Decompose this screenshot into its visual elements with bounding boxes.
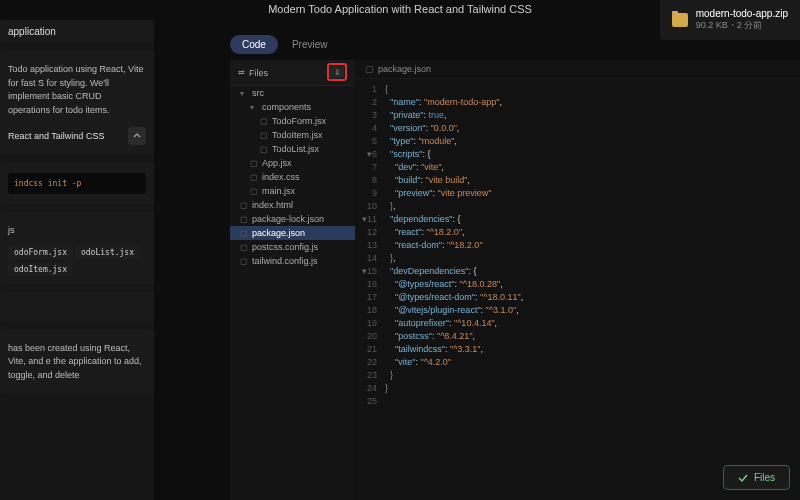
folder-open-icon: ▾ [240, 89, 248, 98]
code-snippet: indcss init -p [8, 173, 146, 194]
file-icon: ▢ [260, 117, 268, 126]
tree-item-label: index.html [252, 200, 293, 210]
file-icon: ▢ [240, 215, 248, 224]
folder-open-icon: ▾ [250, 103, 258, 112]
file-tree: ⇄ Files ⇩ ▾src▾components▢TodoForm.jsx▢T… [230, 60, 355, 500]
open-file-name: package.json [378, 64, 431, 74]
code-content: { "name": "modern-todo-app", "private": … [385, 83, 800, 408]
file-icon: ▢ [260, 131, 268, 140]
download-icon: ⇩ [330, 66, 344, 78]
notification-meta: 90.2 KB・2 分前 [696, 19, 788, 32]
editor-body[interactable]: 12345▾678910▾11121314▾151617181920212223… [355, 79, 800, 412]
tree-item[interactable]: ▢tailwind.config.js [230, 254, 355, 268]
tree-item[interactable]: ▢package-lock.json [230, 212, 355, 226]
file-tag: odoList.jsx [75, 246, 140, 259]
tree-item[interactable]: ▢TodoItem.jsx [230, 128, 355, 142]
sidebar-sub-row[interactable]: React and Tailwind CSS [8, 123, 146, 149]
tree-item[interactable]: ▢TodoList.jsx [230, 142, 355, 156]
tree-item[interactable]: ▢App.jsx [230, 156, 355, 170]
tree-item-label: package.json [252, 228, 305, 238]
file-icon: ▢ [250, 173, 258, 182]
sidebar-description: Todo application using React, Vite for f… [8, 57, 146, 123]
tree-item[interactable]: ▾components [230, 100, 355, 114]
file-icon: ▢ [240, 243, 248, 252]
tab-preview[interactable]: Preview [280, 35, 340, 54]
tree-item-label: TodoForm.jsx [272, 116, 326, 126]
status-toast[interactable]: Files [723, 465, 790, 490]
tree-item-label: index.css [262, 172, 300, 182]
view-tabs: Code Preview [230, 35, 800, 54]
file-icon: ▢ [365, 64, 374, 74]
tree-item-label: package-lock.json [252, 214, 324, 224]
file-pane: ⇄ Files ⇩ ▾src▾components▢TodoForm.jsx▢T… [230, 60, 800, 500]
arrows-icon: ⇄ [238, 68, 245, 77]
tab-code[interactable]: Code [230, 35, 278, 54]
tree-item[interactable]: ▢postcss.config.js [230, 240, 355, 254]
tree-item-label: TodoItem.jsx [272, 130, 323, 140]
download-notification[interactable]: modern-todo-app.zip 90.2 KB・2 分前 [660, 0, 800, 40]
tree-item[interactable]: ▢main.jsx [230, 184, 355, 198]
download-button[interactable]: ⇩ [327, 63, 347, 81]
sidebar-header: application [8, 26, 146, 37]
file-tree-header: ⇄ Files ⇩ [230, 60, 355, 86]
tree-item-label: tailwind.config.js [252, 256, 318, 266]
tree-item[interactable]: ▢index.css [230, 170, 355, 184]
file-icon: ▢ [250, 187, 258, 196]
folder-icon [672, 13, 688, 27]
notification-filename: modern-todo-app.zip [696, 8, 788, 19]
files-label: Files [249, 68, 268, 78]
sidebar-footer: has been created using React, Vite, and … [8, 336, 146, 389]
code-editor: ▢ package.json 12345▾678910▾11121314▾151… [355, 60, 800, 500]
tree-item-label: App.jsx [262, 158, 292, 168]
file-icon: ▢ [240, 257, 248, 266]
ext-label: js [8, 218, 146, 244]
file-tag: odoForm.jsx [8, 246, 73, 259]
tree-item-label: components [262, 102, 311, 112]
file-icon: ▢ [240, 201, 248, 210]
tree-item[interactable]: ▢package.json [230, 226, 355, 240]
tree-item-label: TodoList.jsx [272, 144, 319, 154]
check-icon [738, 473, 748, 483]
file-icon: ▢ [260, 145, 268, 154]
file-tag: odoItem.jsx [8, 263, 73, 276]
editor-header: ▢ package.json [355, 60, 800, 79]
tree-item-label: src [252, 88, 264, 98]
line-gutter: 12345▾678910▾11121314▾151617181920212223… [355, 83, 385, 408]
sidebar-sub-title: React and Tailwind CSS [8, 131, 104, 141]
chevron-up-icon[interactable] [128, 127, 146, 145]
file-tags: odoForm.jsxodoList.jsxodoItem.jsx [8, 244, 146, 278]
notification-text: modern-todo-app.zip 90.2 KB・2 分前 [696, 8, 788, 32]
left-sidebar: application Todo application using React… [0, 20, 154, 500]
toast-label: Files [754, 472, 775, 483]
file-icon: ▢ [250, 159, 258, 168]
tree-item-label: main.jsx [262, 186, 295, 196]
file-icon: ▢ [240, 229, 248, 238]
main-area: Code Preview ⇄ Files ⇩ ▾src▾components▢T… [230, 35, 800, 500]
tree-item[interactable]: ▾src [230, 86, 355, 100]
tree-item-label: postcss.config.js [252, 242, 318, 252]
tree-item[interactable]: ▢index.html [230, 198, 355, 212]
tree-item[interactable]: ▢TodoForm.jsx [230, 114, 355, 128]
